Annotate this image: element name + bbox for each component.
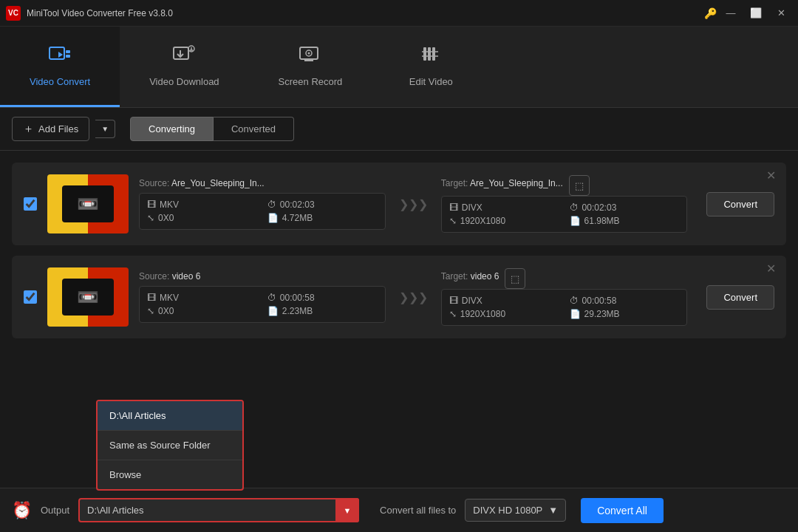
target-format-1: 🎞 DIVX — [449, 202, 559, 213]
edit-target-button-2[interactable]: ⬚ — [505, 268, 525, 289]
close-button[interactable]: ✕ — [770, 4, 792, 22]
title-bar-controls: 🔑 — ⬜ ✕ — [704, 4, 792, 22]
arrows-1: ❯❯❯ — [393, 197, 434, 211]
nav-tab-edit-video[interactable]: Edit Video — [372, 27, 490, 107]
source-duration-1: ⏱ 00:02:03 — [267, 200, 378, 210]
nav-tab-video-download[interactable]: Video Download — [120, 27, 248, 107]
convert-all-to-label: Convert all files to — [380, 505, 456, 516]
nav-tab-screen-record[interactable]: Screen Record — [249, 27, 372, 107]
resize-icon-2: ⤡ — [147, 306, 154, 316]
resize-icon-t2: ⤡ — [449, 309, 457, 319]
video-download-icon — [172, 44, 196, 70]
nav-tab-video-convert-label: Video Convert — [30, 76, 90, 87]
target-duration-1: ⏱ 00:02:03 — [570, 202, 680, 213]
edit-target-button-1[interactable]: ⬚ — [569, 175, 590, 196]
target-meta-1: 🎞 DIVX ⏱ 00:02:03 ⤡ 1920X1080 📄 61.98MB — [441, 196, 688, 233]
file-card-2: Source: video 6 🎞 MKV ⏱ 00:00:58 ⤡ 0X0 — [12, 256, 786, 338]
file-icon-1: 📄 — [267, 213, 279, 223]
minimize-button[interactable]: — — [720, 4, 742, 22]
svg-rect-0 — [50, 47, 64, 59]
file-icon-t2: 📄 — [570, 309, 581, 319]
title-bar-left: VC MiniTool Video Converter Free v3.8.0 — [6, 6, 173, 21]
clock-icon-t1: ⏱ — [570, 202, 579, 213]
target-block-1: Target: Are_You_Sleeping_In... ⬚ 🎞 DIVX … — [441, 175, 688, 233]
target-label-2: Target: video 6 — [441, 271, 499, 282]
svg-rect-2 — [66, 55, 70, 58]
nav-tab-screen-record-label: Screen Record — [279, 76, 343, 87]
svg-point-10 — [307, 52, 310, 55]
resize-icon-t1: ⤡ — [449, 216, 457, 226]
target-name-1: Are_You_Sleeping_In... — [470, 178, 563, 188]
file-info-2: Source: video 6 🎞 MKV ⏱ 00:00:58 ⤡ 0X0 — [139, 268, 687, 326]
convert-button-2[interactable]: Convert — [706, 285, 774, 310]
video-convert-icon — [48, 44, 72, 70]
film-icon-2: 🎞 — [147, 293, 156, 303]
source-dimension-2: ⤡ 0X0 — [147, 306, 257, 316]
app-title: MiniTool Video Converter Free v3.8.0 — [27, 8, 173, 18]
target-label-1: Target: Are_You_Sleeping_In... — [441, 178, 563, 188]
target-meta-2: 🎞 DIVX ⏱ 00:00:58 ⤡ 1920X1080 📄 29.23MB — [441, 289, 688, 326]
format-selector[interactable]: DIVX HD 1080P ▼ — [465, 499, 566, 522]
file-thumbnail-1 — [47, 174, 129, 233]
thumbnail-bg-2 — [47, 267, 129, 327]
target-block-2: Target: video 6 ⬚ 🎞 DIVX ⏱ 00:00:58 ⤡ — [441, 268, 688, 326]
file-thumbnail-2 — [47, 267, 129, 327]
file-info-1: Source: Are_You_Sleeping_In... 🎞 MKV ⏱ 0… — [139, 175, 687, 233]
close-card-button-2[interactable]: ✕ — [762, 262, 780, 276]
source-block-2: Source: video 6 🎞 MKV ⏱ 00:00:58 ⤡ 0X0 — [139, 271, 386, 323]
target-header-1: Target: Are_You_Sleeping_In... ⬚ — [441, 175, 688, 196]
add-files-button[interactable]: ＋ Add Files — [12, 117, 89, 141]
source-meta-1: 🎞 MKV ⏱ 00:02:03 ⤡ 0X0 📄 4.72MB — [139, 193, 386, 230]
file-checkbox-1[interactable] — [24, 197, 37, 211]
source-format-2: 🎞 MKV — [147, 293, 257, 303]
maximize-button[interactable]: ⬜ — [745, 4, 767, 22]
add-files-dropdown-button[interactable]: ▼ — [95, 120, 115, 138]
close-card-button-1[interactable]: ✕ — [762, 168, 780, 183]
output-path-input[interactable] — [78, 498, 359, 522]
target-format-2: 🎞 DIVX — [449, 296, 559, 306]
nav-tab-video-convert[interactable]: Video Convert — [0, 27, 120, 107]
target-dimension-2: ⤡ 1920X1080 — [449, 309, 559, 319]
target-size-2: 📄 29.23MB — [570, 309, 680, 319]
resize-icon-1: ⤡ — [147, 213, 154, 223]
app-icon: VC — [6, 6, 21, 21]
source-name-2: video 6 — [172, 271, 201, 282]
source-dimension-1: ⤡ 0X0 — [147, 213, 257, 223]
file-checkbox-2[interactable] — [24, 290, 37, 304]
svg-rect-14 — [432, 47, 435, 61]
film-icon-t1: 🎞 — [449, 202, 458, 213]
nav-tabs: Video Convert Video Download Screen Reco… — [0, 27, 798, 108]
nav-tab-edit-video-label: Edit Video — [409, 76, 453, 87]
thumb-cassette-1 — [62, 185, 114, 222]
tab-converted[interactable]: Converted — [214, 117, 294, 141]
svg-rect-13 — [428, 47, 431, 61]
edit-video-icon — [419, 44, 443, 70]
screen-record-icon — [299, 44, 322, 70]
source-size-2: 📄 2.23MB — [267, 306, 378, 316]
convert-button-1[interactable]: Convert — [706, 192, 774, 216]
file-icon-2: 📄 — [267, 306, 279, 316]
arrows-2: ❯❯❯ — [393, 290, 434, 304]
add-files-label: Add Files — [38, 123, 78, 134]
clock-icon-t2: ⏱ — [570, 296, 579, 306]
convert-all-button[interactable]: Convert All — [581, 498, 664, 523]
source-duration-2: ⏱ 00:00:58 — [267, 293, 378, 303]
file-card-1: Source: Are_You_Sleeping_In... 🎞 MKV ⏱ 0… — [12, 163, 786, 245]
target-name-2: video 6 — [471, 271, 499, 282]
clock-icon-2: ⏱ — [267, 293, 276, 303]
source-format-1: 🎞 MKV — [147, 200, 257, 210]
output-label: Output — [41, 505, 69, 516]
format-value: DIVX HD 1080P — [473, 505, 542, 516]
output-dropdown-button[interactable]: ▼ — [335, 498, 359, 522]
target-dimension-1: ⤡ 1920X1080 — [449, 216, 559, 226]
dropdown-item-all-articles[interactable]: D:\All Articles — [98, 401, 242, 431]
tab-converting[interactable]: Converting — [130, 117, 214, 141]
svg-rect-1 — [66, 50, 70, 53]
thumb-cassette-2 — [62, 279, 114, 316]
dropdown-item-browse[interactable]: Browse — [98, 460, 242, 489]
film-icon-1: 🎞 — [147, 200, 156, 210]
title-bar: VC MiniTool Video Converter Free v3.8.0 … — [0, 0, 798, 27]
source-name-1: Are_You_Sleeping_In... — [171, 178, 265, 188]
dropdown-item-same-as-source[interactable]: Same as Source Folder — [98, 431, 242, 460]
source-label-1: Source: Are_You_Sleeping_In... — [139, 178, 386, 188]
